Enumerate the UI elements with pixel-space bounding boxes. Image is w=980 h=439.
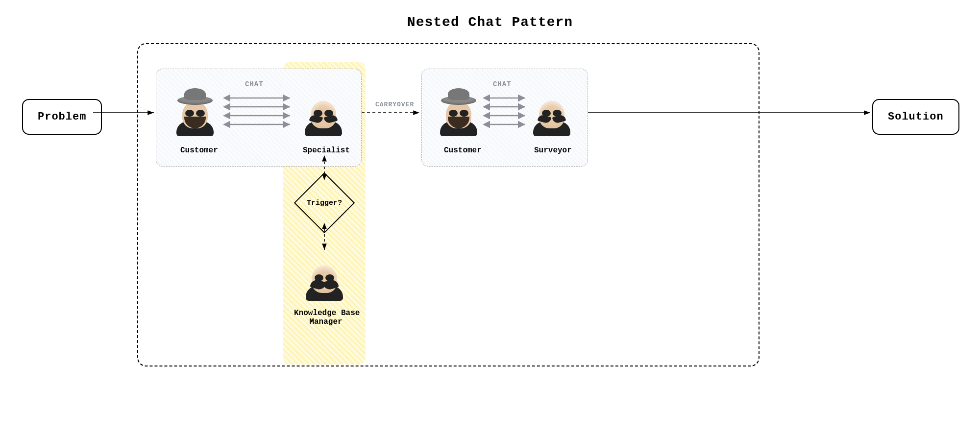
kb-manager-avatar xyxy=(300,251,349,300)
trigger-label: Trigger? xyxy=(307,199,342,207)
connector-arrows xyxy=(0,0,980,439)
carryover-label: CARRYOVER xyxy=(375,101,414,108)
kb-manager-label: Knowledge Base Manager xyxy=(294,309,358,326)
